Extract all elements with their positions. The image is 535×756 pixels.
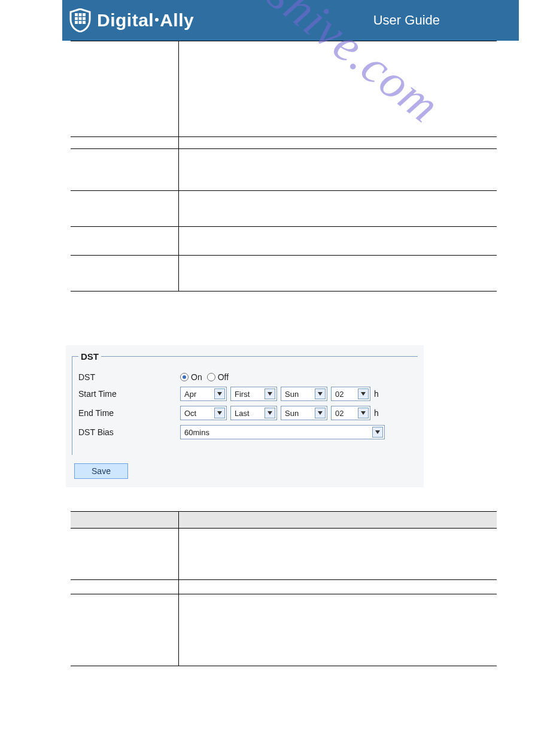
brand-text: DigitalAlly xyxy=(97,10,194,31)
svg-rect-8 xyxy=(83,21,86,24)
dst-on-label: On xyxy=(191,372,202,382)
chevron-down-icon xyxy=(315,408,326,418)
dst-off-radio[interactable]: Off xyxy=(207,372,229,382)
chevron-down-icon xyxy=(214,408,225,418)
dst-legend: DST xyxy=(78,351,101,362)
chevron-down-icon xyxy=(372,427,383,438)
dst-label: DST xyxy=(78,372,180,382)
spec-table-upper xyxy=(71,41,497,292)
page-header: DigitalAlly User Guide xyxy=(62,0,519,41)
dst-off-label: Off xyxy=(218,372,229,382)
svg-rect-1 xyxy=(79,13,82,16)
save-button[interactable]: Save xyxy=(74,463,128,479)
dst-settings-figure: DST DST On Off Start Time Apr First Sun … xyxy=(66,345,424,487)
svg-rect-2 xyxy=(83,13,86,16)
dst-enable-row: DST On Off xyxy=(78,372,412,382)
svg-rect-7 xyxy=(79,21,82,24)
start-hour-select[interactable]: 02 xyxy=(331,387,370,401)
shield-icon xyxy=(69,8,91,32)
end-pos-select[interactable]: Last xyxy=(230,406,277,420)
dst-on-radio[interactable]: On xyxy=(180,372,202,382)
hour-suffix: h xyxy=(374,389,379,399)
svg-rect-6 xyxy=(75,21,78,24)
svg-rect-4 xyxy=(79,17,82,20)
dst-fieldset: DST DST On Off Start Time Apr First Sun … xyxy=(72,351,418,455)
svg-rect-5 xyxy=(83,17,86,20)
chevron-down-icon xyxy=(358,408,369,418)
dst-end-row: End Time Oct Last Sun 02 h xyxy=(78,406,412,420)
start-day-select[interactable]: Sun xyxy=(281,387,327,401)
brand-logo: DigitalAlly xyxy=(69,8,194,32)
chevron-down-icon xyxy=(214,388,225,399)
end-day-select[interactable]: Sun xyxy=(281,406,327,420)
chevron-down-icon xyxy=(265,408,275,418)
dst-start-row: Start Time Apr First Sun 02 h xyxy=(78,387,412,401)
header-right-text: User Guide xyxy=(373,13,512,28)
end-time-label: End Time xyxy=(78,408,180,418)
start-time-label: Start Time xyxy=(78,389,180,399)
svg-rect-3 xyxy=(75,17,78,20)
chevron-down-icon xyxy=(315,388,326,399)
dst-bias-row: DST Bias 60mins xyxy=(78,425,412,439)
svg-rect-0 xyxy=(75,13,78,16)
end-hour-select[interactable]: 02 xyxy=(331,406,370,420)
end-month-select[interactable]: Oct xyxy=(180,406,227,420)
hour-suffix: h xyxy=(374,408,379,418)
dst-bias-label: DST Bias xyxy=(78,427,180,437)
start-month-select[interactable]: Apr xyxy=(180,387,227,401)
dst-bias-select[interactable]: 60mins xyxy=(180,425,385,439)
chevron-down-icon xyxy=(265,388,275,399)
start-pos-select[interactable]: First xyxy=(230,387,277,401)
chevron-down-icon xyxy=(358,388,369,399)
spec-table-lower xyxy=(71,511,497,666)
